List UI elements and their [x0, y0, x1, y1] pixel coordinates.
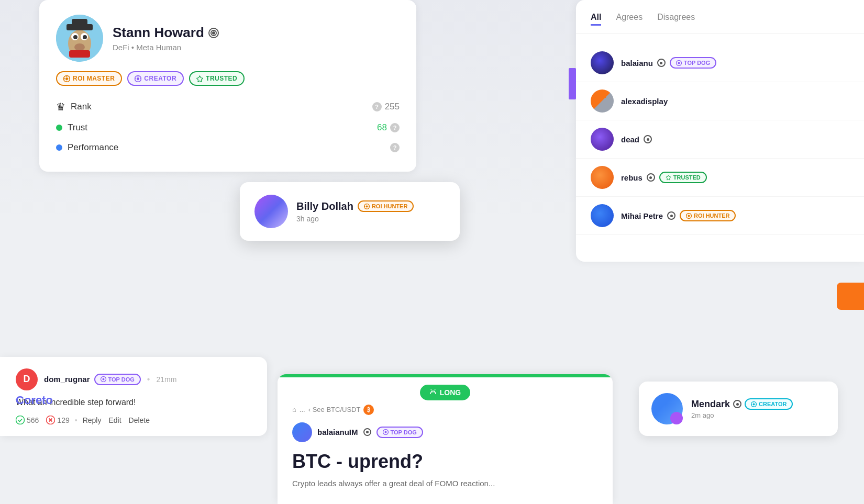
user-info: rebus TRUSTED: [621, 172, 707, 183]
crown-icon: ♛: [56, 100, 65, 113]
mendark-name: Mendark CREATOR: [691, 398, 793, 410]
badge-creator: CREATOR: [745, 398, 793, 410]
btc-post-card: LONG ⌂ ... ‹ See BTC/USDT ₿ balaianuIM T…: [278, 374, 613, 505]
badge-roi-master: ROI MASTER: [56, 71, 122, 86]
top-dog-icon: [676, 60, 682, 66]
roi-icon: [364, 204, 370, 209]
panel-tabs: All Agrees Disagrees: [576, 13, 864, 33]
profile-name: Stann Howard: [113, 25, 219, 41]
badge-creator: CREATOR: [127, 71, 184, 86]
avatar: [591, 204, 614, 227]
performance-dot-icon: [56, 144, 62, 151]
page-container: Stann Howard DeFi • Meta Human ROI MASTE…: [0, 0, 864, 504]
rank-help-icon[interactable]: ?: [372, 102, 382, 111]
check-circle-icon: [16, 416, 25, 424]
user-info: alexadisplay: [621, 97, 668, 106]
tab-disagrees[interactable]: Disagrees: [657, 13, 695, 26]
billy-name: Billy Dollah ROI HUNTER: [296, 200, 414, 212]
svg-marker-25: [666, 175, 671, 180]
trust-label: Trust: [56, 122, 87, 133]
target-icon: [657, 59, 666, 67]
billy-avatar: [254, 195, 288, 228]
rank-label: ♛ Rank: [56, 100, 92, 113]
reply-button[interactable]: Reply: [83, 416, 102, 424]
mendark-info: Mendark CREATOR 2m ago: [691, 398, 793, 419]
target-icon: [208, 28, 219, 38]
list-item: dead: [576, 120, 864, 159]
post-preview: Crypto leads always offer a great deal o…: [292, 478, 598, 490]
perf-help-icon[interactable]: ?: [390, 143, 400, 152]
avatar: [591, 89, 614, 113]
post-author: balaianuIM TOP DOG: [292, 422, 598, 442]
svg-point-4: [73, 35, 77, 39]
badge-top-dog: TOP DOG: [376, 427, 423, 438]
username: dead: [621, 135, 639, 144]
avatar: [591, 128, 614, 151]
list-item: rebus TRUSTED: [576, 159, 864, 197]
commenter-username: dom_rugnar: [44, 375, 90, 384]
delete-button[interactable]: Delete: [129, 416, 150, 424]
breadcrumb: ⌂ ... ‹ See BTC/USDT ₿: [292, 405, 598, 415]
comment-time: 21mm: [156, 375, 176, 384]
username: rebus: [621, 173, 643, 182]
svg-point-24: [678, 62, 680, 64]
badge-trusted: TRUSTED: [659, 172, 707, 183]
edit-button[interactable]: Edit: [108, 416, 121, 424]
svg-point-44: [431, 391, 433, 393]
trusted-icon: [196, 75, 203, 82]
badge-top-dog: TOP DOG: [94, 374, 141, 385]
top-dog-icon: [101, 376, 106, 382]
target-icon: [733, 400, 741, 408]
trust-help-icon[interactable]: ?: [390, 123, 400, 132]
svg-point-33: [365, 205, 368, 207]
ellipsis: ...: [300, 406, 305, 413]
svg-point-11: [65, 77, 68, 80]
profile-subtitle: DeFi • Meta Human: [113, 43, 219, 52]
trust-row: Trust 68 ?: [56, 122, 400, 133]
target-icon: [363, 428, 371, 436]
performance-row: Performance ?: [56, 142, 400, 153]
author-username: balaianuIM: [317, 428, 358, 436]
trusted-icon: [666, 175, 671, 181]
profile-info: Stann Howard DeFi • Meta Human: [113, 25, 219, 52]
right-panel: All Agrees Disagrees balaianu TOP DOG al…: [576, 0, 864, 262]
billy-time: 3h ago: [296, 215, 414, 223]
tab-all[interactable]: All: [591, 13, 601, 26]
badge-roi-hunter: ROI HUNTER: [358, 200, 414, 212]
badge-trusted: TRUSTED: [189, 71, 245, 86]
x-circle-icon: [46, 416, 55, 424]
username: Mihai Petre: [621, 211, 663, 220]
svg-point-39: [102, 378, 104, 380]
disagree-count: 129: [46, 416, 69, 424]
purple-accent-bar: [569, 68, 576, 99]
svg-point-27: [688, 215, 690, 217]
svg-rect-7: [69, 50, 90, 58]
stats-section: ♛ Rank ? 255 Trust 68 ?: [56, 100, 400, 153]
target-icon: [667, 211, 675, 220]
list-item: balaianu TOP DOG: [576, 44, 864, 82]
trust-value: 68 ?: [377, 122, 400, 133]
back-link[interactable]: ‹ See BTC/USDT: [308, 406, 361, 413]
author-avatar: [292, 422, 312, 442]
svg-point-49: [753, 403, 755, 405]
svg-rect-9: [72, 19, 87, 26]
trust-dot-icon: [56, 125, 62, 131]
bull-icon: [429, 389, 437, 396]
mendark-avatar: [651, 393, 683, 424]
creator-icon: [135, 75, 141, 82]
svg-point-6: [74, 43, 85, 51]
user-info: Mihai Petre ROI HUNTER: [621, 210, 736, 221]
tab-agrees[interactable]: Agrees: [616, 13, 643, 26]
avatar: [591, 51, 614, 74]
separator: •: [75, 416, 77, 424]
comment-actions: 566 129 • Reply Edit Delete: [16, 416, 253, 424]
list-item: alexadisplay: [576, 82, 864, 120]
performance-label: Performance: [56, 142, 118, 153]
user-info: balaianu TOP DOG: [621, 57, 716, 69]
avatar: [56, 15, 103, 62]
comment-user: dom_rugnar TOP DOG • 21mm: [44, 374, 176, 385]
long-badge: LONG: [420, 385, 470, 400]
long-badge-container: LONG: [278, 377, 613, 405]
rank-value: ? 255: [372, 102, 400, 112]
badge-row: ROI MASTER CREATOR TRUSTED: [56, 71, 400, 86]
